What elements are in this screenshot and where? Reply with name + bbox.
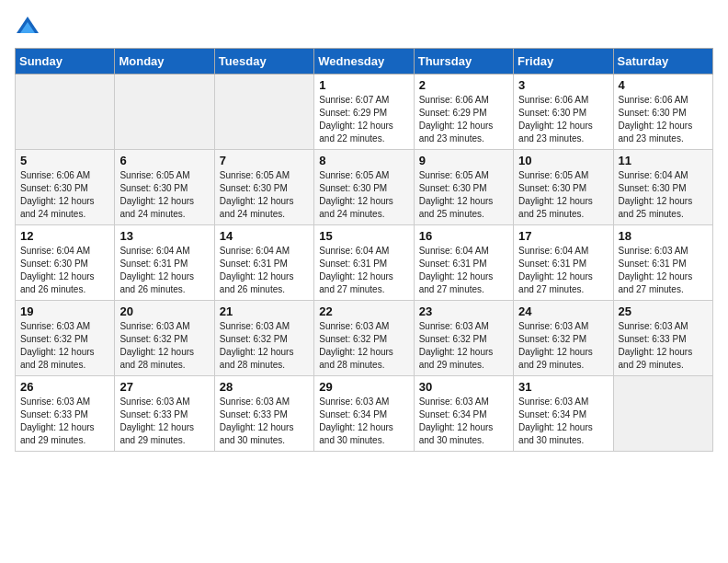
calendar-cell [613,376,712,452]
calendar-table: SundayMondayTuesdayWednesdayThursdayFrid… [15,48,713,452]
day-info: Sunrise: 6:03 AM Sunset: 6:31 PM Dayligh… [619,245,708,296]
calendar-cell: 17Sunrise: 6:04 AM Sunset: 6:31 PM Dayli… [514,225,613,301]
day-info: Sunrise: 6:03 AM Sunset: 6:32 PM Dayligh… [119,320,209,372]
day-info: Sunrise: 6:06 AM Sunset: 6:30 PM Dayligh… [20,169,109,221]
day-number: 6 [119,154,209,167]
day-info: Sunrise: 6:03 AM Sunset: 6:33 PM Dayligh… [20,396,109,447]
page-header [15,15,713,40]
day-info: Sunrise: 6:04 AM Sunset: 6:30 PM Dayligh… [20,245,109,296]
day-info: Sunrise: 6:03 AM Sunset: 6:34 PM Dayligh… [319,396,408,447]
day-number: 18 [619,229,708,243]
day-info: Sunrise: 6:06 AM Sunset: 6:30 PM Dayligh… [619,94,708,145]
calendar-cell: 21Sunrise: 6:03 AM Sunset: 6:32 PM Dayli… [214,301,313,376]
calendar-cell: 10Sunrise: 6:05 AM Sunset: 6:30 PM Dayli… [514,150,613,225]
day-info: Sunrise: 6:03 AM Sunset: 6:32 PM Dayligh… [319,320,408,372]
calendar-cell [16,75,115,150]
day-info: Sunrise: 6:03 AM Sunset: 6:33 PM Dayligh… [619,320,708,372]
header-thursday: Thursday [414,49,513,75]
week-row-2: 5Sunrise: 6:06 AM Sunset: 6:30 PM Daylig… [16,150,713,225]
calendar-header-row: SundayMondayTuesdayWednesdayThursdayFrid… [16,49,713,75]
calendar-cell: 30Sunrise: 6:03 AM Sunset: 6:34 PM Dayli… [414,376,513,452]
day-info: Sunrise: 6:03 AM Sunset: 6:32 PM Dayligh… [419,320,508,372]
day-number: 3 [518,78,608,92]
day-number: 14 [220,229,309,243]
week-row-3: 12Sunrise: 6:04 AM Sunset: 6:30 PM Dayli… [16,225,713,301]
calendar-cell: 12Sunrise: 6:04 AM Sunset: 6:30 PM Dayli… [16,225,115,301]
header-friday: Friday [514,49,613,75]
day-number: 8 [319,154,408,167]
day-number: 12 [20,229,109,243]
calendar-cell: 4Sunrise: 6:06 AM Sunset: 6:30 PM Daylig… [613,75,712,150]
calendar-cell: 6Sunrise: 6:05 AM Sunset: 6:30 PM Daylig… [115,150,214,225]
day-number: 5 [20,154,109,167]
day-info: Sunrise: 6:04 AM Sunset: 6:31 PM Dayligh… [319,245,408,296]
week-row-4: 19Sunrise: 6:03 AM Sunset: 6:32 PM Dayli… [16,301,713,376]
day-info: Sunrise: 6:03 AM Sunset: 6:32 PM Dayligh… [518,320,608,372]
day-number: 1 [319,78,408,92]
day-info: Sunrise: 6:04 AM Sunset: 6:31 PM Dayligh… [220,245,309,296]
calendar-cell: 22Sunrise: 6:03 AM Sunset: 6:32 PM Dayli… [314,301,414,376]
day-number: 26 [20,380,109,394]
logo-icon [15,15,40,40]
header-tuesday: Tuesday [214,49,313,75]
calendar-cell: 16Sunrise: 6:04 AM Sunset: 6:31 PM Dayli… [414,225,513,301]
day-number: 2 [419,78,508,92]
day-info: Sunrise: 6:04 AM Sunset: 6:31 PM Dayligh… [518,245,608,296]
day-info: Sunrise: 6:05 AM Sunset: 6:30 PM Dayligh… [319,169,408,221]
day-info: Sunrise: 6:05 AM Sunset: 6:30 PM Dayligh… [419,169,508,221]
week-row-5: 26Sunrise: 6:03 AM Sunset: 6:33 PM Dayli… [16,376,713,452]
calendar-cell: 28Sunrise: 6:03 AM Sunset: 6:33 PM Dayli… [214,376,313,452]
day-number: 24 [518,304,608,318]
day-number: 4 [619,78,708,92]
day-number: 20 [119,304,209,318]
day-number: 31 [518,380,608,394]
day-info: Sunrise: 6:06 AM Sunset: 6:30 PM Dayligh… [518,94,608,145]
calendar-cell: 14Sunrise: 6:04 AM Sunset: 6:31 PM Dayli… [214,225,313,301]
day-info: Sunrise: 6:03 AM Sunset: 6:32 PM Dayligh… [20,320,109,372]
calendar-cell: 5Sunrise: 6:06 AM Sunset: 6:30 PM Daylig… [16,150,115,225]
day-number: 13 [119,229,209,243]
day-number: 23 [419,304,508,318]
logo [15,15,44,40]
day-info: Sunrise: 6:03 AM Sunset: 6:34 PM Dayligh… [518,396,608,447]
calendar-cell: 8Sunrise: 6:05 AM Sunset: 6:30 PM Daylig… [314,150,414,225]
calendar-cell: 25Sunrise: 6:03 AM Sunset: 6:33 PM Dayli… [613,301,712,376]
calendar-cell: 23Sunrise: 6:03 AM Sunset: 6:32 PM Dayli… [414,301,513,376]
day-number: 7 [220,154,309,167]
day-number: 19 [20,304,109,318]
calendar-cell: 11Sunrise: 6:04 AM Sunset: 6:30 PM Dayli… [613,150,712,225]
header-wednesday: Wednesday [314,49,414,75]
day-info: Sunrise: 6:06 AM Sunset: 6:29 PM Dayligh… [419,94,508,145]
day-info: Sunrise: 6:04 AM Sunset: 6:30 PM Dayligh… [619,169,708,221]
day-number: 21 [220,304,309,318]
day-number: 11 [619,154,708,167]
calendar-cell [115,75,214,150]
calendar-cell: 3Sunrise: 6:06 AM Sunset: 6:30 PM Daylig… [514,75,613,150]
calendar-cell: 9Sunrise: 6:05 AM Sunset: 6:30 PM Daylig… [414,150,513,225]
day-number: 30 [419,380,508,394]
calendar-cell: 18Sunrise: 6:03 AM Sunset: 6:31 PM Dayli… [613,225,712,301]
day-number: 9 [419,154,508,167]
day-number: 25 [619,304,708,318]
day-info: Sunrise: 6:04 AM Sunset: 6:31 PM Dayligh… [419,245,508,296]
day-number: 10 [518,154,608,167]
calendar-cell: 2Sunrise: 6:06 AM Sunset: 6:29 PM Daylig… [414,75,513,150]
day-number: 29 [319,380,408,394]
day-info: Sunrise: 6:05 AM Sunset: 6:30 PM Dayligh… [220,169,309,221]
calendar-cell: 27Sunrise: 6:03 AM Sunset: 6:33 PM Dayli… [115,376,214,452]
day-number: 16 [419,229,508,243]
calendar-cell: 13Sunrise: 6:04 AM Sunset: 6:31 PM Dayli… [115,225,214,301]
calendar-cell [214,75,313,150]
day-info: Sunrise: 6:03 AM Sunset: 6:32 PM Dayligh… [220,320,309,372]
day-info: Sunrise: 6:03 AM Sunset: 6:34 PM Dayligh… [419,396,508,447]
header-sunday: Sunday [16,49,115,75]
calendar-cell: 31Sunrise: 6:03 AM Sunset: 6:34 PM Dayli… [514,376,613,452]
day-number: 22 [319,304,408,318]
week-row-1: 1Sunrise: 6:07 AM Sunset: 6:29 PM Daylig… [16,75,713,150]
header-saturday: Saturday [613,49,712,75]
calendar-cell: 7Sunrise: 6:05 AM Sunset: 6:30 PM Daylig… [214,150,313,225]
day-info: Sunrise: 6:05 AM Sunset: 6:30 PM Dayligh… [119,169,209,221]
day-number: 28 [220,380,309,394]
calendar-cell: 24Sunrise: 6:03 AM Sunset: 6:32 PM Dayli… [514,301,613,376]
header-monday: Monday [115,49,214,75]
